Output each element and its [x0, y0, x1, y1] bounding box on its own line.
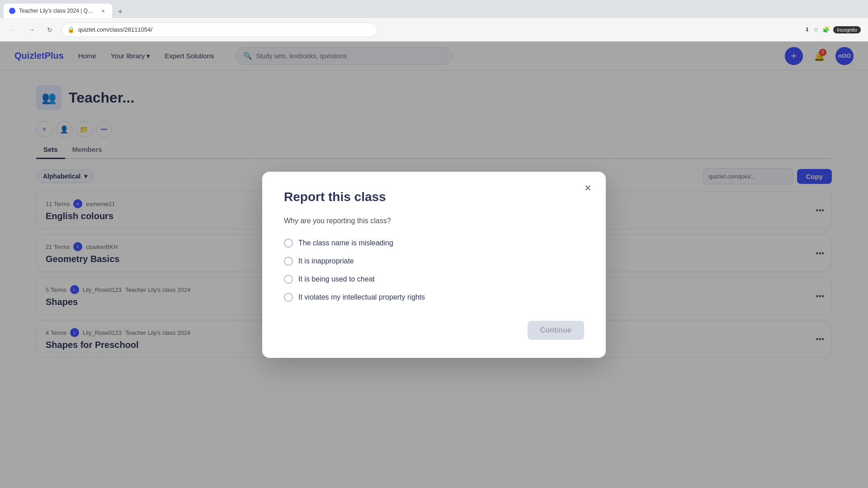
report-modal: ✕ Report this class Why are you reportin… — [262, 172, 606, 358]
modal-footer: Continue — [284, 321, 584, 340]
radio-button-inappropriate[interactable] — [284, 257, 293, 266]
tab-bar: Teacher Lily's class 2024 | Quizl... ✕ + — [0, 0, 868, 18]
option-label-inappropriate: It is inappropriate — [298, 257, 354, 265]
modal-close-button[interactable]: ✕ — [580, 181, 595, 195]
option-label-misleading: The class name is misleading — [298, 239, 393, 247]
address-bar-row: ← → ↻ 🔒 quizlet.com/class/28111054/ ⬇ ☆ … — [0, 18, 868, 42]
modal-overlay[interactable]: ✕ Report this class Why are you reportin… — [0, 42, 868, 488]
continue-button[interactable]: Continue — [528, 321, 584, 340]
tab-favicon — [9, 8, 15, 14]
option-label-cheat: It is being used to cheat — [298, 275, 375, 283]
radio-button-ip[interactable] — [284, 293, 293, 302]
tab-close-button[interactable]: ✕ — [99, 7, 107, 14]
refresh-button[interactable]: ↻ — [43, 23, 56, 36]
browser-header-actions: ⬇ ☆ 🧩 Incognito — [805, 26, 861, 33]
modal-title: Report this class — [284, 190, 584, 204]
option-label-ip: It violates my intellectual property rig… — [298, 293, 425, 301]
new-tab-button[interactable]: + — [114, 5, 127, 18]
report-option-inappropriate[interactable]: It is inappropriate — [284, 252, 584, 270]
app-area: QuizletPlus Home Your library ▾ Expert S… — [0, 42, 868, 488]
forward-button[interactable]: → — [25, 23, 38, 36]
report-option-ip[interactable]: It violates my intellectual property rig… — [284, 288, 584, 306]
download-icon: ⬇ — [805, 26, 810, 33]
report-option-cheat[interactable]: It is being used to cheat — [284, 270, 584, 288]
extension-icon[interactable]: 🧩 — [822, 26, 830, 33]
url-text: quizlet.com/class/28111054/ — [78, 26, 152, 33]
radio-button-misleading[interactable] — [284, 239, 293, 248]
browser-tab-active[interactable]: Teacher Lily's class 2024 | Quizl... ✕ — [4, 4, 112, 18]
star-icon[interactable]: ☆ — [813, 26, 819, 33]
modal-question: Why are you reporting this class? — [284, 217, 584, 225]
incognito-badge: Incognito — [833, 26, 861, 33]
back-button[interactable]: ← — [7, 23, 20, 36]
url-bar[interactable]: 🔒 quizlet.com/class/28111054/ — [61, 23, 378, 37]
tab-title: Teacher Lily's class 2024 | Quizl... — [19, 8, 96, 14]
radio-button-cheat[interactable] — [284, 275, 293, 284]
report-option-misleading[interactable]: The class name is misleading — [284, 234, 584, 252]
browser-window: Teacher Lily's class 2024 | Quizl... ✕ +… — [0, 0, 868, 488]
